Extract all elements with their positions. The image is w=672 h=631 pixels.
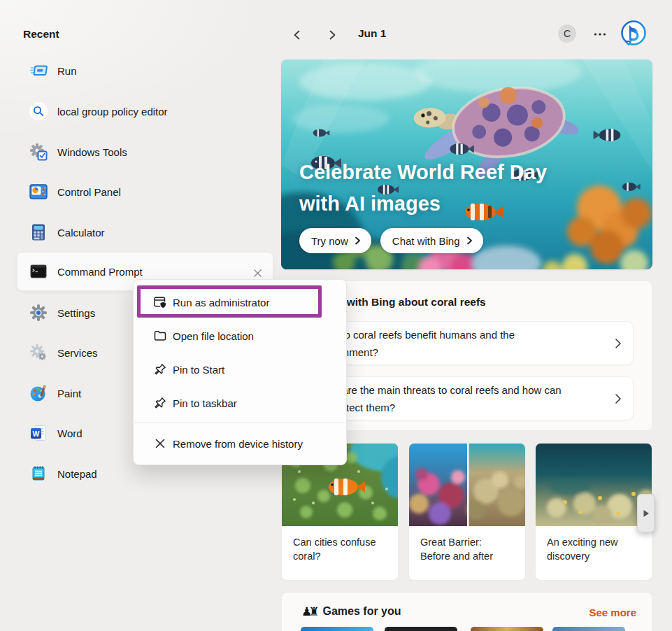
menu-item-label: Open file location: [173, 330, 254, 342]
recent-item-calculator[interactable]: Calculator: [17, 212, 273, 253]
chat-with-bing-label: Chat with Bing: [392, 235, 460, 247]
card-caption: An exciting new discovery: [536, 526, 652, 563]
close-icon: [153, 437, 167, 451]
recent-item-search-history[interactable]: local group policy editor: [17, 91, 273, 132]
game-thumbnail-2[interactable]: [385, 627, 457, 631]
discover-card-2[interactable]: Great Barrier: Before and after: [408, 443, 526, 581]
chevron-left-icon: [292, 29, 303, 41]
services-icon: [29, 343, 48, 362]
avatar-initial: C: [564, 28, 571, 39]
recent-item-windows-tools[interactable]: Windows Tools: [17, 132, 273, 172]
menu-item-open-file-location[interactable]: Open file location: [134, 319, 346, 353]
menu-item-label: Remove from device history: [173, 438, 303, 450]
calculator-icon: [29, 223, 48, 241]
bing-logo-icon: [619, 19, 648, 48]
hero-title-line2: with AI images: [299, 188, 547, 220]
chevron-right-icon: [466, 236, 473, 245]
recent-item-label: Word: [57, 427, 83, 439]
search-icon: [29, 102, 48, 120]
paint-icon: [29, 384, 48, 402]
windows-tools-icon: [29, 143, 48, 161]
menu-item-label: Run as administrator: [173, 297, 269, 309]
chevron-right-icon: [615, 338, 622, 349]
discover-card-3[interactable]: An exciting new discovery: [535, 443, 652, 581]
hero-title-line1: Celebrate World Reef Day: [299, 157, 547, 188]
recent-item-label: Run: [57, 65, 77, 77]
menu-item-label: Pin to Start: [173, 364, 224, 376]
menu-item-pin-to-taskbar[interactable]: Pin to taskbar: [134, 386, 346, 420]
question-text: How do coral reefs benefit humans and th…: [302, 326, 615, 361]
hero-title: Celebrate World Reef Day with AI images: [299, 157, 547, 220]
word-icon: W: [29, 424, 48, 442]
recent-item-label: Services: [57, 347, 98, 359]
carousel-next-button[interactable]: [637, 494, 655, 532]
recent-item-label: Control Panel: [57, 186, 121, 198]
run-icon: [29, 62, 48, 80]
games-title-row: ♟♜ Games for you: [301, 604, 401, 618]
recent-item-label: Calculator: [57, 227, 105, 239]
question-text: What are the main threats to coral reefs…: [302, 381, 615, 416]
menu-item-run-as-administrator[interactable]: Run as administrator: [134, 285, 346, 319]
games-icon: ♟♜: [301, 604, 315, 618]
recent-item-run[interactable]: Run: [17, 50, 273, 91]
command-prompt-icon: [29, 262, 48, 281]
recent-item-label: local group policy editor: [57, 106, 168, 118]
recent-section-title: Recent: [23, 28, 59, 41]
suggested-question-2[interactable]: What are the main threats to coral reefs…: [301, 376, 634, 420]
try-now-button[interactable]: Try now: [299, 228, 371, 253]
see-more-link[interactable]: See more: [589, 607, 636, 618]
recent-item-label: Windows Tools: [57, 146, 127, 158]
chevron-right-icon: [327, 29, 338, 41]
more-options-button[interactable]: [590, 24, 610, 44]
recent-item-label: Paint: [57, 388, 81, 399]
games-section-card: ♟♜ Games for you See more: [281, 592, 652, 631]
try-now-label: Try now: [311, 235, 348, 247]
chat-with-bing-button[interactable]: Chat with Bing: [380, 228, 483, 253]
pin-icon: [153, 362, 167, 376]
recent-item-control-panel[interactable]: Control Panel: [17, 171, 273, 212]
game-thumbnail-4[interactable]: [552, 627, 625, 631]
admin-shield-icon: [153, 295, 167, 309]
control-panel-icon: [29, 183, 48, 201]
bing-chat-button[interactable]: [619, 19, 648, 48]
card-caption: Can cities confuse coral?: [282, 526, 398, 563]
card-caption: Great Barrier: Before and after: [409, 526, 525, 563]
svg-text:W: W: [33, 430, 40, 438]
settings-icon: [29, 304, 48, 322]
recent-item-label: Settings: [57, 307, 95, 319]
pin-icon: [153, 396, 167, 410]
play-right-icon: [643, 509, 650, 518]
date-label: Jun 1: [358, 27, 386, 40]
chevron-right-icon: [615, 393, 622, 404]
menu-divider: [134, 423, 345, 423]
account-avatar[interactable]: C: [558, 24, 576, 43]
recent-item-label: Notepad: [57, 468, 97, 480]
menu-item-remove-from-device-history[interactable]: Remove from device history: [134, 427, 346, 460]
forward-button[interactable]: [322, 24, 343, 45]
notepad-icon: [29, 465, 48, 483]
menu-item-pin-to-start[interactable]: Pin to Start: [134, 353, 346, 386]
coral-discovery-image: [536, 444, 652, 526]
before-after-coral-image: [409, 444, 525, 526]
search-flyout-window: Jun 1 C: [0, 0, 672, 631]
folder-icon: [153, 329, 167, 343]
games-title: Games for you: [322, 605, 401, 618]
menu-item-label: Pin to taskbar: [173, 397, 237, 409]
close-icon: [253, 269, 262, 278]
more-ellipsis-icon: [594, 32, 606, 36]
chevron-right-icon: [355, 236, 361, 245]
context-menu: Run as administrator Open file location …: [133, 279, 347, 465]
back-button[interactable]: [287, 24, 308, 45]
recent-item-label: Command Prompt: [57, 266, 143, 278]
suggested-question-1[interactable]: How do coral reefs benefit humans and th…: [301, 321, 634, 365]
game-thumbnail-3[interactable]: [471, 627, 543, 631]
game-thumbnail-1[interactable]: [301, 627, 373, 631]
